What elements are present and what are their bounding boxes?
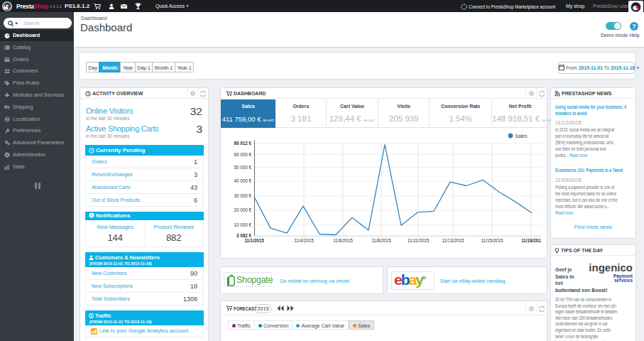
svg-text:11/4/2015: 11/4/2015 <box>294 238 314 243</box>
svg-text:11/13/2015: 11/13/2015 <box>442 238 464 243</box>
svg-text:11/15/2015: 11/15/2015 <box>481 238 503 243</box>
svg-text:11/1/2015: 11/1/2015 <box>244 238 264 243</box>
svg-text:11/8/2015: 11/8/2015 <box>371 238 391 243</box>
svg-text:11/11/2015: 11/11/2015 <box>408 238 430 243</box>
svg-text:40 000 €: 40 000 € <box>234 178 251 183</box>
svg-text:11/18/201: 11/18/201 <box>521 238 541 243</box>
svg-text:66 912 €: 66 912 € <box>234 141 251 146</box>
svg-text:11/6/2015: 11/6/2015 <box>333 238 353 243</box>
svg-text:20 000 €: 20 000 € <box>234 207 251 212</box>
svg-text:3 082 €: 3 082 € <box>236 233 252 238</box>
svg-text:Sales: Sales <box>515 134 528 139</box>
svg-text:10 000 €: 10 000 € <box>234 222 251 227</box>
svg-text:50 000 €: 50 000 € <box>234 165 251 170</box>
svg-text:60 000 €: 60 000 € <box>234 152 251 157</box>
svg-text:30 000 €: 30 000 € <box>234 193 251 198</box>
